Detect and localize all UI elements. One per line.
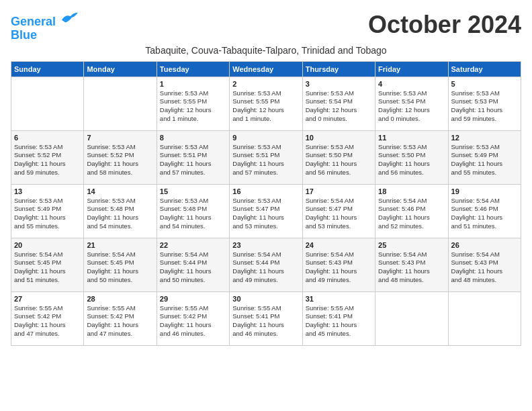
weekday-header: Monday <box>84 61 157 77</box>
day-info: Sunrise: 5:55 AMSunset: 5:41 PMDaylight:… <box>306 304 372 338</box>
calendar-cell: 27Sunrise: 5:55 AMSunset: 5:42 PMDayligh… <box>11 291 84 345</box>
day-info: Sunrise: 5:53 AMSunset: 5:52 PMDaylight:… <box>87 143 153 177</box>
calendar-cell: 10Sunrise: 5:53 AMSunset: 5:50 PMDayligh… <box>302 130 375 184</box>
logo-line2: Blue <box>11 29 79 42</box>
calendar-cell: 2Sunrise: 5:53 AMSunset: 5:55 PMDaylight… <box>230 77 302 130</box>
logo-line1: General <box>11 15 56 28</box>
calendar-cell: 29Sunrise: 5:55 AMSunset: 5:42 PMDayligh… <box>157 291 229 345</box>
day-number: 4 <box>378 80 445 88</box>
calendar-cell: 12Sunrise: 5:53 AMSunset: 5:49 PMDayligh… <box>448 130 521 184</box>
day-number: 18 <box>378 187 445 195</box>
day-number: 6 <box>14 134 81 142</box>
day-number: 8 <box>160 134 226 142</box>
calendar-cell: 26Sunrise: 5:54 AMSunset: 5:43 PMDayligh… <box>448 238 521 291</box>
day-info: Sunrise: 5:53 AMSunset: 5:49 PMDaylight:… <box>14 197 81 231</box>
day-info: Sunrise: 5:54 AMSunset: 5:43 PMDaylight:… <box>451 250 518 285</box>
calendar-cell: 4Sunrise: 5:53 AMSunset: 5:54 PMDaylight… <box>375 77 448 130</box>
day-number: 29 <box>160 295 226 303</box>
calendar-cell: 24Sunrise: 5:54 AMSunset: 5:43 PMDayligh… <box>302 238 375 291</box>
weekday-header: Saturday <box>448 61 521 77</box>
calendar-cell <box>11 77 84 130</box>
day-info: Sunrise: 5:53 AMSunset: 5:53 PMDaylight:… <box>451 89 518 124</box>
month-title: October 2024 <box>368 11 521 39</box>
calendar-cell: 19Sunrise: 5:54 AMSunset: 5:46 PMDayligh… <box>448 184 521 238</box>
calendar-cell <box>84 77 157 130</box>
calendar-cell: 20Sunrise: 5:54 AMSunset: 5:45 PMDayligh… <box>11 238 84 291</box>
day-number: 19 <box>451 187 518 195</box>
weekday-header: Wednesday <box>230 61 302 77</box>
calendar-cell: 23Sunrise: 5:54 AMSunset: 5:44 PMDayligh… <box>230 238 302 291</box>
day-number: 5 <box>451 80 518 88</box>
calendar-cell: 18Sunrise: 5:54 AMSunset: 5:46 PMDayligh… <box>375 184 448 238</box>
calendar-cell: 5Sunrise: 5:53 AMSunset: 5:53 PMDaylight… <box>448 77 521 130</box>
calendar-cell: 25Sunrise: 5:54 AMSunset: 5:43 PMDayligh… <box>375 238 448 291</box>
day-number: 27 <box>14 295 81 303</box>
day-info: Sunrise: 5:54 AMSunset: 5:47 PMDaylight:… <box>306 197 372 231</box>
day-number: 22 <box>160 241 226 249</box>
day-info: Sunrise: 5:53 AMSunset: 5:54 PMDaylight:… <box>378 89 445 124</box>
calendar-cell: 9Sunrise: 5:53 AMSunset: 5:51 PMDaylight… <box>230 130 302 184</box>
calendar-cell: 3Sunrise: 5:53 AMSunset: 5:54 PMDaylight… <box>302 77 375 130</box>
day-number: 9 <box>232 134 299 142</box>
calendar-week-row: 1Sunrise: 5:53 AMSunset: 5:55 PMDaylight… <box>11 77 521 130</box>
calendar-cell: 11Sunrise: 5:53 AMSunset: 5:50 PMDayligh… <box>375 130 448 184</box>
day-number: 13 <box>14 187 81 195</box>
calendar-cell: 1Sunrise: 5:53 AMSunset: 5:55 PMDaylight… <box>157 77 229 130</box>
calendar-cell: 14Sunrise: 5:53 AMSunset: 5:48 PMDayligh… <box>84 184 157 238</box>
day-number: 24 <box>306 241 372 249</box>
day-info: Sunrise: 5:55 AMSunset: 5:42 PMDaylight:… <box>160 304 226 338</box>
day-info: Sunrise: 5:54 AMSunset: 5:46 PMDaylight:… <box>451 197 518 231</box>
calendar-week-row: 6Sunrise: 5:53 AMSunset: 5:52 PMDaylight… <box>11 130 521 184</box>
day-number: 2 <box>232 80 299 88</box>
day-info: Sunrise: 5:53 AMSunset: 5:50 PMDaylight:… <box>378 143 445 177</box>
subtitle: Tabaquite, Couva-Tabaquite-Talparo, Trin… <box>11 45 521 56</box>
calendar-cell: 28Sunrise: 5:55 AMSunset: 5:42 PMDayligh… <box>84 291 157 345</box>
day-info: Sunrise: 5:54 AMSunset: 5:44 PMDaylight:… <box>160 250 226 285</box>
day-info: Sunrise: 5:54 AMSunset: 5:44 PMDaylight:… <box>232 250 299 285</box>
day-info: Sunrise: 5:53 AMSunset: 5:54 PMDaylight:… <box>306 89 372 124</box>
day-info: Sunrise: 5:55 AMSunset: 5:41 PMDaylight:… <box>232 304 299 338</box>
day-info: Sunrise: 5:54 AMSunset: 5:45 PMDaylight:… <box>87 250 153 285</box>
day-info: Sunrise: 5:55 AMSunset: 5:42 PMDaylight:… <box>87 304 153 338</box>
day-number: 17 <box>306 187 372 195</box>
weekday-header-row: SundayMondayTuesdayWednesdayThursdayFrid… <box>11 61 521 77</box>
day-number: 1 <box>160 80 226 88</box>
calendar-cell: 22Sunrise: 5:54 AMSunset: 5:44 PMDayligh… <box>157 238 229 291</box>
day-number: 3 <box>306 80 372 88</box>
calendar-cell: 7Sunrise: 5:53 AMSunset: 5:52 PMDaylight… <box>84 130 157 184</box>
day-info: Sunrise: 5:53 AMSunset: 5:55 PMDaylight:… <box>232 89 299 124</box>
day-info: Sunrise: 5:53 AMSunset: 5:51 PMDaylight:… <box>232 143 299 177</box>
day-info: Sunrise: 5:54 AMSunset: 5:43 PMDaylight:… <box>306 250 372 285</box>
day-number: 16 <box>232 187 299 195</box>
day-number: 31 <box>306 295 372 303</box>
calendar-cell <box>375 291 448 345</box>
page-header: General Blue October 2024 <box>11 11 521 42</box>
weekday-header: Sunday <box>11 61 84 77</box>
day-number: 20 <box>14 241 81 249</box>
calendar-cell: 6Sunrise: 5:53 AMSunset: 5:52 PMDaylight… <box>11 130 84 184</box>
day-info: Sunrise: 5:54 AMSunset: 5:46 PMDaylight:… <box>378 197 445 231</box>
calendar-cell: 21Sunrise: 5:54 AMSunset: 5:45 PMDayligh… <box>84 238 157 291</box>
day-info: Sunrise: 5:53 AMSunset: 5:49 PMDaylight:… <box>451 143 518 177</box>
calendar-cell: 31Sunrise: 5:55 AMSunset: 5:41 PMDayligh… <box>302 291 375 345</box>
day-number: 28 <box>87 295 153 303</box>
calendar-table: SundayMondayTuesdayWednesdayThursdayFrid… <box>11 61 521 346</box>
day-number: 10 <box>306 134 372 142</box>
calendar-week-row: 27Sunrise: 5:55 AMSunset: 5:42 PMDayligh… <box>11 291 521 345</box>
day-info: Sunrise: 5:53 AMSunset: 5:55 PMDaylight:… <box>160 89 226 124</box>
day-number: 7 <box>87 134 153 142</box>
calendar-week-row: 13Sunrise: 5:53 AMSunset: 5:49 PMDayligh… <box>11 184 521 238</box>
day-info: Sunrise: 5:53 AMSunset: 5:52 PMDaylight:… <box>14 143 81 177</box>
calendar-week-row: 20Sunrise: 5:54 AMSunset: 5:45 PMDayligh… <box>11 238 521 291</box>
day-info: Sunrise: 5:54 AMSunset: 5:43 PMDaylight:… <box>378 250 445 285</box>
day-number: 14 <box>87 187 153 195</box>
day-info: Sunrise: 5:53 AMSunset: 5:48 PMDaylight:… <box>87 197 153 231</box>
calendar-cell: 8Sunrise: 5:53 AMSunset: 5:51 PMDaylight… <box>157 130 229 184</box>
weekday-header: Tuesday <box>157 61 229 77</box>
day-number: 30 <box>232 295 299 303</box>
logo: General Blue <box>11 11 79 42</box>
calendar-cell: 13Sunrise: 5:53 AMSunset: 5:49 PMDayligh… <box>11 184 84 238</box>
weekday-header: Thursday <box>302 61 375 77</box>
day-info: Sunrise: 5:55 AMSunset: 5:42 PMDaylight:… <box>14 304 81 338</box>
logo-bird-icon <box>60 11 79 26</box>
